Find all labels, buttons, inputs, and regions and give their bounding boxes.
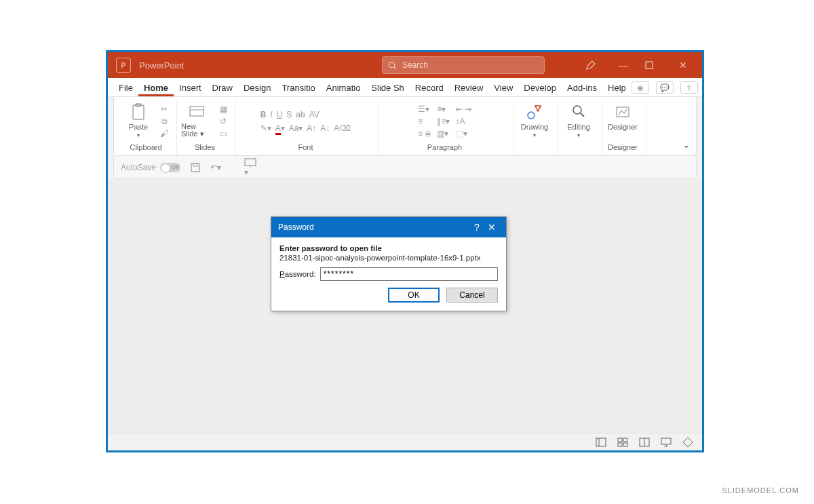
designer-button[interactable]: Designer: [606, 102, 639, 131]
group-label: Font: [298, 143, 313, 151]
bullets-button[interactable]: ☰▾: [418, 104, 431, 114]
tab-home[interactable]: Home: [138, 80, 174, 96]
indent-buttons[interactable]: ⇤ ⇥: [456, 104, 471, 114]
toggle-switch[interactable]: Off: [160, 163, 180, 172]
group-paragraph: ☰▾ ≡▾ ⇤ ⇥ ≡ ‖≡▾ ↕A ≡ ≣ ▥▾ ⬚▾ Paragraph: [379, 101, 514, 155]
bold-button[interactable]: B: [260, 110, 267, 119]
close-button[interactable]: ✕: [675, 60, 691, 71]
cancel-button[interactable]: Cancel: [446, 288, 498, 303]
numbering-button[interactable]: ≡▾: [437, 104, 450, 114]
columns-button[interactable]: ▥▾: [437, 129, 450, 138]
dialog-filename: 21831-01-sipoc-analysis-powerpoint-templ…: [279, 254, 498, 262]
maximize-button[interactable]: [645, 61, 661, 69]
autosave-label: AutoSave: [121, 163, 156, 172]
ok-button[interactable]: OK: [388, 288, 440, 303]
layout-icon[interactable]: ▦: [218, 104, 229, 114]
normal-view-button[interactable]: [595, 437, 607, 448]
slideshow-view-button[interactable]: [660, 437, 672, 448]
reset-icon[interactable]: ↺: [218, 117, 229, 126]
sorter-view-button[interactable]: [617, 437, 629, 448]
dialog-help-button[interactable]: ?: [469, 222, 484, 233]
undo-button[interactable]: ↶▾: [210, 163, 221, 172]
group-slides: New Slide ▾ ▦ ↺ ▭ Slides: [177, 101, 236, 155]
align-buttons[interactable]: ≡ ≣: [418, 129, 431, 138]
tab-review[interactable]: Review: [449, 80, 489, 96]
app-window: P PowerPoint Search — ✕ File Home Insert…: [106, 50, 704, 452]
copy-icon[interactable]: ⧉: [159, 117, 170, 126]
shrink-font-button[interactable]: A↓: [320, 123, 330, 133]
svg-rect-18: [623, 438, 627, 442]
present-button[interactable]: ▾: [244, 158, 256, 177]
editing-button[interactable]: Editing▾: [562, 102, 595, 138]
search-placeholder: Search: [402, 60, 428, 70]
pen-icon[interactable]: [585, 60, 602, 71]
tab-file[interactable]: File: [113, 80, 138, 96]
group-label: Designer: [608, 143, 638, 151]
convert-smartart-button[interactable]: ⬚▾: [456, 129, 471, 138]
editing-icon: [569, 102, 588, 121]
svg-rect-19: [618, 443, 622, 446]
highlight-button[interactable]: ✎▾: [260, 123, 271, 133]
watermark: SLIDEMODEL.COM: [722, 486, 799, 495]
shadow-button[interactable]: S: [286, 110, 292, 119]
tab-record[interactable]: Record: [410, 80, 449, 96]
tab-draw[interactable]: Draw: [207, 80, 238, 96]
line-spacing-button[interactable]: ‖≡▾: [437, 117, 450, 126]
group-drawing: Drawing▾: [514, 101, 558, 155]
autosave-toggle[interactable]: AutoSave Off: [121, 163, 180, 172]
cut-icon[interactable]: ✂: [159, 104, 170, 114]
drawing-label: Drawing: [521, 123, 548, 131]
tab-insert[interactable]: Insert: [174, 80, 207, 96]
grow-font-button[interactable]: A↑: [307, 123, 316, 133]
tab-developer[interactable]: Develop: [518, 80, 562, 96]
drawing-button[interactable]: Drawing▾: [518, 102, 551, 138]
zoom-fit-button[interactable]: [682, 437, 694, 448]
change-case-button[interactable]: Aa▾: [289, 123, 303, 133]
group-label: Clipboard: [130, 143, 161, 151]
underline-button[interactable]: U: [277, 110, 283, 119]
password-label: Password:: [279, 270, 316, 278]
search-icon: [388, 61, 397, 70]
minimize-button[interactable]: —: [615, 60, 632, 71]
reading-view-button[interactable]: [638, 437, 651, 448]
tab-addins[interactable]: Add-ins: [562, 80, 602, 96]
comments-icon[interactable]: 💬: [656, 81, 674, 94]
app-name: PowerPoint: [139, 60, 184, 71]
record-icon[interactable]: ◉: [632, 81, 649, 94]
collapse-ribbon-button[interactable]: ⌄: [682, 139, 691, 150]
svg-rect-11: [191, 163, 199, 172]
format-painter-icon[interactable]: 🖌: [159, 129, 170, 138]
strike-button[interactable]: ab: [296, 110, 305, 119]
new-slide-button[interactable]: New Slide ▾: [181, 102, 214, 138]
dialog-close-button[interactable]: ✕: [484, 222, 499, 233]
designer-btn-label: Designer: [608, 123, 638, 131]
svg-point-7: [528, 112, 535, 119]
tab-slideshow[interactable]: Slide Sh: [366, 80, 409, 96]
search-input[interactable]: Search: [382, 56, 545, 74]
designer-icon: [613, 102, 632, 121]
titlebar: P PowerPoint Search — ✕: [108, 52, 702, 78]
italic-button[interactable]: I: [270, 110, 272, 119]
tab-transitions[interactable]: Transitio: [276, 80, 320, 96]
drawing-icon: [525, 102, 544, 121]
quick-access-toolbar: AutoSave Off ↶▾ ▾: [113, 156, 697, 179]
font-color-button[interactable]: A▾: [275, 123, 285, 133]
dialog-titlebar: Password ? ✕: [271, 217, 506, 237]
paste-label: Paste: [129, 123, 148, 131]
group-editing: Editing▾: [558, 101, 602, 155]
align-left-button[interactable]: ≡: [418, 117, 431, 126]
share-icon[interactable]: ⇧: [680, 81, 698, 94]
password-input[interactable]: [320, 267, 498, 281]
clear-format-button[interactable]: A⌫: [334, 123, 351, 133]
svg-line-9: [581, 113, 584, 117]
save-button[interactable]: [190, 162, 201, 173]
tab-animations[interactable]: Animatio: [321, 80, 366, 96]
spacing-button[interactable]: AV: [309, 110, 319, 119]
tab-view[interactable]: View: [488, 80, 518, 96]
section-icon[interactable]: ▭: [218, 129, 229, 138]
text-direction-button[interactable]: ↕A: [456, 117, 471, 126]
tab-help[interactable]: Help: [602, 80, 632, 96]
tab-design[interactable]: Design: [238, 80, 276, 96]
slide-canvas: Password ? ✕ Enter password to open file…: [108, 179, 702, 433]
paste-button[interactable]: Paste ▾: [122, 102, 155, 138]
